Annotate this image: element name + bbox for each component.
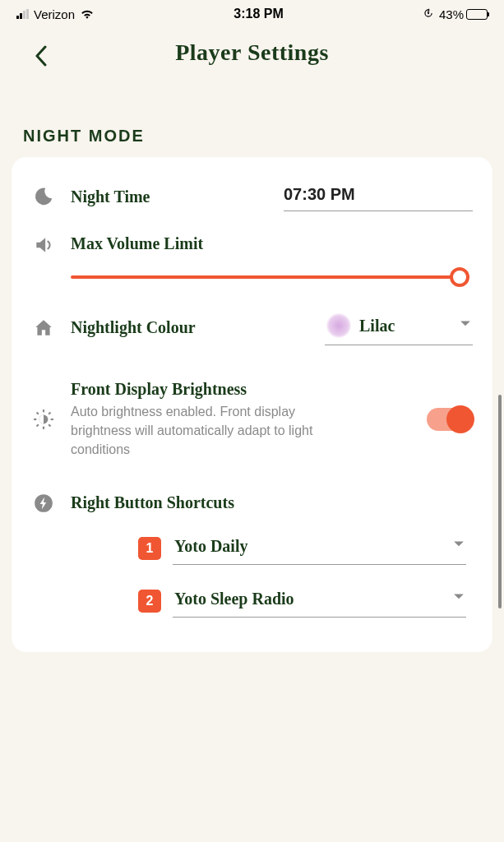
shortcut-badge-2: 2 bbox=[138, 590, 161, 613]
chevron-down-icon bbox=[453, 591, 465, 606]
max-volume-row: Max Volume Limit bbox=[31, 226, 473, 292]
shortcuts-label: Right Button Shortcuts bbox=[71, 493, 234, 512]
status-bar: Verizon 3:18 PM 43% bbox=[0, 0, 504, 25]
nightlight-colour-value: Lilac bbox=[359, 317, 395, 335]
wifi-icon bbox=[80, 7, 95, 21]
chevron-down-icon bbox=[460, 318, 471, 333]
section-night-mode-label: NIGHT MODE bbox=[0, 89, 504, 157]
brightness-row: Front Display Brightness Auto brightness… bbox=[31, 363, 473, 476]
colour-swatch bbox=[326, 313, 351, 338]
svg-line-9 bbox=[49, 413, 50, 414]
home-icon bbox=[31, 317, 56, 339]
battery-percent: 43% bbox=[439, 7, 464, 21]
nightlight-colour-picker[interactable]: Lilac bbox=[325, 310, 473, 345]
brightness-description: Auto brightness enabled. Front display b… bbox=[71, 402, 317, 460]
cellular-signal-icon bbox=[16, 9, 29, 19]
night-time-row: Night Time 07:30 PM bbox=[31, 173, 473, 226]
chevron-down-icon bbox=[453, 539, 465, 553]
shortcut-item-2: 2 Yoto Sleep Radio bbox=[138, 575, 466, 627]
scroll-indicator[interactable] bbox=[498, 395, 502, 608]
brightness-toggle[interactable] bbox=[427, 408, 473, 431]
back-button[interactable] bbox=[25, 39, 58, 72]
svg-line-8 bbox=[37, 424, 39, 426]
night-time-label: Night Time bbox=[71, 187, 150, 206]
status-time: 3:18 PM bbox=[234, 7, 283, 21]
volume-icon bbox=[31, 234, 56, 256]
shortcut-select-1[interactable]: Yoto Daily bbox=[173, 532, 466, 565]
toggle-knob bbox=[446, 405, 474, 433]
shortcut-badge-1: 1 bbox=[138, 537, 161, 560]
header: Player Settings bbox=[0, 25, 504, 89]
nightlight-colour-row: Nightlight Colour Lilac bbox=[31, 292, 473, 363]
page-title: Player Settings bbox=[175, 39, 329, 66]
svg-line-7 bbox=[49, 424, 50, 426]
brightness-label: Front Display Brightness bbox=[71, 380, 412, 399]
battery-icon bbox=[466, 9, 488, 20]
moon-icon bbox=[31, 186, 56, 207]
slider-track bbox=[71, 275, 468, 279]
carrier-label: Verizon bbox=[34, 7, 75, 21]
night-time-field[interactable]: 07:30 PM bbox=[284, 182, 473, 211]
night-mode-card: Night Time 07:30 PM Max Volume Limit Nig… bbox=[12, 157, 492, 652]
max-volume-slider[interactable] bbox=[71, 264, 468, 292]
slider-thumb[interactable] bbox=[450, 267, 469, 287]
chevron-left-icon bbox=[35, 45, 48, 67]
nightlight-colour-label: Nightlight Colour bbox=[71, 318, 196, 337]
brightness-icon bbox=[31, 409, 56, 430]
rotation-lock-icon bbox=[423, 7, 434, 21]
svg-line-6 bbox=[37, 413, 39, 414]
max-volume-label: Max Volume Limit bbox=[71, 234, 203, 253]
shortcut-item-1: 1 Yoto Daily bbox=[138, 522, 466, 575]
lightning-icon bbox=[31, 493, 56, 514]
shortcuts-row: Right Button Shortcuts bbox=[31, 476, 473, 522]
shortcut-value-2: Yoto Sleep Radio bbox=[174, 590, 294, 608]
shortcut-select-2[interactable]: Yoto Sleep Radio bbox=[173, 585, 466, 618]
shortcut-value-1: Yoto Daily bbox=[174, 537, 247, 556]
